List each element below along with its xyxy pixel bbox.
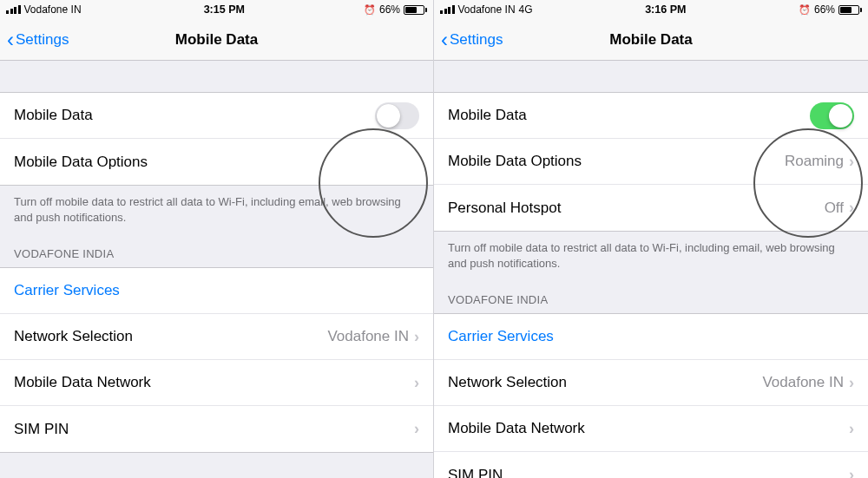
carrier-label: Vodafone IN xyxy=(24,3,82,16)
mobile-data-row[interactable]: Mobile Data xyxy=(0,93,433,139)
network-selection-value: Vodafone IN xyxy=(327,328,409,345)
mobile-data-toggle[interactable] xyxy=(810,102,854,129)
sim-pin-row[interactable]: SIM PIN › xyxy=(434,452,868,478)
nav-bar: ‹ Settings Mobile Data xyxy=(434,19,868,61)
section-header: VODAFONE INDIA xyxy=(434,278,868,313)
status-bar: Vodafone IN 3:15 PM ⏰ 66% xyxy=(0,0,433,19)
chevron-right-icon: › xyxy=(849,420,854,438)
group-footer: Turn off mobile data to restrict all dat… xyxy=(0,186,433,232)
chevron-right-icon: › xyxy=(849,374,854,392)
battery-percent: 66% xyxy=(379,3,400,16)
signal-icon xyxy=(6,5,21,14)
network-selection-label: Network Selection xyxy=(14,328,327,345)
carrier-services-row[interactable]: Carrier Services xyxy=(0,268,433,314)
clock: 3:16 PM xyxy=(645,3,686,16)
battery-icon xyxy=(838,5,862,15)
chevron-right-icon: › xyxy=(849,199,854,217)
signal-icon xyxy=(440,5,455,14)
personal-hotspot-value: Off xyxy=(825,200,844,217)
alarm-icon: ⏰ xyxy=(364,4,376,16)
carrier-services-row[interactable]: Carrier Services xyxy=(434,314,868,360)
mobile-data-network-label: Mobile Data Network xyxy=(448,420,849,437)
mobile-data-options-row[interactable]: Mobile Data Options xyxy=(0,139,433,185)
sim-pin-label: SIM PIN xyxy=(14,421,414,438)
network-selection-label: Network Selection xyxy=(448,374,762,391)
mobile-data-group: Mobile Data Mobile Data Options Roaming … xyxy=(434,92,868,232)
chevron-right-icon: › xyxy=(849,466,854,478)
carrier-label: Vodafone IN xyxy=(458,3,516,16)
personal-hotspot-row[interactable]: Personal Hotspot Off › xyxy=(434,185,868,231)
network-selection-row[interactable]: Network Selection Vodafone IN › xyxy=(434,360,868,406)
carrier-services-label: Carrier Services xyxy=(14,282,419,299)
clock: 3:15 PM xyxy=(204,3,245,16)
sim-pin-row[interactable]: SIM PIN › xyxy=(0,406,433,452)
mobile-data-label: Mobile Data xyxy=(448,107,810,124)
mobile-data-label: Mobile Data xyxy=(14,107,375,124)
personal-hotspot-label: Personal Hotspot xyxy=(448,200,825,217)
section-header: VODAFONE INDIA xyxy=(0,232,433,267)
mobile-data-group: Mobile Data Mobile Data Options xyxy=(0,92,433,186)
mobile-data-network-label: Mobile Data Network xyxy=(14,374,414,391)
battery-percent: 66% xyxy=(814,3,835,16)
mobile-data-network-row[interactable]: Mobile Data Network › xyxy=(434,406,868,452)
carrier-group: Carrier Services Network Selection Vodaf… xyxy=(434,313,868,478)
chevron-left-icon: ‹ xyxy=(7,29,14,50)
mobile-data-row[interactable]: Mobile Data xyxy=(434,93,868,139)
phone-right: Vodafone IN 4G 3:16 PM ⏰ 66% ‹ Settings … xyxy=(434,0,868,478)
chevron-right-icon: › xyxy=(414,420,419,438)
back-label: Settings xyxy=(450,31,503,49)
back-label: Settings xyxy=(16,31,69,49)
carrier-services-label: Carrier Services xyxy=(448,328,854,345)
carrier-group: Carrier Services Network Selection Vodaf… xyxy=(0,267,433,453)
back-button[interactable]: ‹ Settings xyxy=(434,29,503,50)
network-selection-row[interactable]: Network Selection Vodafone IN › xyxy=(0,314,433,360)
phone-left: Vodafone IN 3:15 PM ⏰ 66% ‹ Settings Mob… xyxy=(0,0,434,478)
nav-bar: ‹ Settings Mobile Data xyxy=(0,19,433,61)
sim-pin-label: SIM PIN xyxy=(448,467,849,478)
chevron-right-icon: › xyxy=(849,153,854,171)
network-label: 4G xyxy=(519,3,533,16)
network-selection-value: Vodafone IN xyxy=(762,374,844,391)
alarm-icon: ⏰ xyxy=(799,4,811,16)
status-bar: Vodafone IN 4G 3:16 PM ⏰ 66% xyxy=(434,0,868,19)
mobile-data-options-label: Mobile Data Options xyxy=(14,154,419,171)
back-button[interactable]: ‹ Settings xyxy=(0,29,69,50)
chevron-left-icon: ‹ xyxy=(441,29,448,50)
mobile-data-options-label: Mobile Data Options xyxy=(448,153,785,170)
mobile-data-network-row[interactable]: Mobile Data Network › xyxy=(0,360,433,406)
chevron-right-icon: › xyxy=(414,328,419,346)
group-footer: Turn off mobile data to restrict all dat… xyxy=(434,232,868,278)
chevron-right-icon: › xyxy=(414,374,419,392)
battery-icon xyxy=(404,5,427,15)
mobile-data-options-value: Roaming xyxy=(785,153,844,170)
mobile-data-toggle[interactable] xyxy=(375,102,419,129)
mobile-data-options-row[interactable]: Mobile Data Options Roaming › xyxy=(434,139,868,185)
